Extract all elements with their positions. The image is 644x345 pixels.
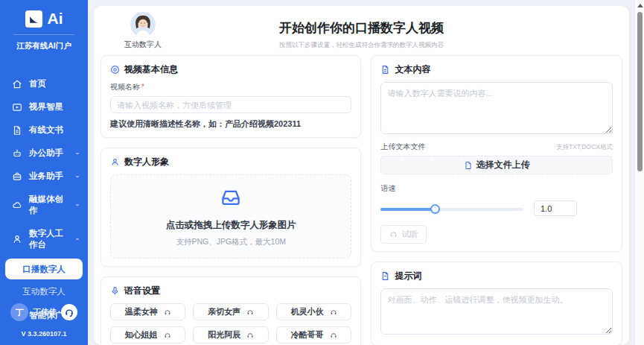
sidebar-subitem-label: 口播数字人 [22, 264, 66, 275]
user-avatar[interactable]: 丁 [10, 303, 28, 321]
cloud-icon [12, 200, 22, 210]
text-content-card: 文本内容 上传文本文件 支持TXT,DOCX格式 选择文件上传 [371, 55, 622, 252]
voice-option-button[interactable]: 知心姐姐 [110, 326, 185, 344]
headphone-icon [164, 332, 171, 339]
card-title: 视频基本信息 [124, 63, 178, 76]
upload-file-label: 上传文本文件 [380, 142, 425, 152]
chevron-down-icon [74, 174, 80, 180]
voice-option-button[interactable]: 冷酷哥哥 [276, 326, 352, 344]
header-titles: 开始创作你的口播数字人视频 按照以下步骤设置，轻松生成符合你需求的数字人视频内容 [101, 12, 622, 50]
microphone-icon [110, 286, 120, 296]
video-icon [12, 102, 22, 113]
sidebar-item-label: 数字人工作台 [29, 228, 68, 250]
sidebar-subitem-interactive-digital-human[interactable]: 互动数字人 [0, 282, 88, 301]
vertical-scrollbar[interactable] [634, 0, 644, 345]
sidebar-item-label: 融媒体创作 [29, 194, 68, 216]
home-icon [12, 79, 22, 89]
upload-sub-text: 支持PNG、JPG格式，最大10M [111, 237, 351, 247]
user-icon [110, 157, 120, 167]
headphone-icon [246, 308, 254, 316]
form-columns: 视频基本信息 视频名称* 建议使用清晰描述性名称，如：产品介绍视频202311 [101, 55, 622, 345]
voice-option-button[interactable]: 机灵小伙 [276, 303, 352, 320]
prompt-card: 提示词 [371, 262, 622, 345]
video-info-header: 视频基本信息 [110, 63, 351, 76]
voice-card-header: 语音设置 [110, 285, 351, 297]
sidebar-item-label: 首页 [29, 78, 46, 89]
upload-file-row: 上传文本文件 支持TXT,DOCX格式 [380, 142, 613, 152]
required-mark: * [141, 83, 144, 91]
scrollbar-thumb[interactable] [637, 12, 643, 171]
card-title: 文本内容 [395, 63, 430, 76]
left-column: 视频基本信息 视频名称* 建议使用清晰描述性名称，如：产品介绍视频202311 [101, 55, 361, 345]
speed-slider[interactable] [380, 204, 523, 213]
voice-grid: 温柔女神 亲切女声 机灵小伙 [110, 303, 351, 344]
speed-row [380, 200, 613, 216]
briefcase-icon [12, 171, 22, 182]
prompt-textarea[interactable] [380, 288, 613, 335]
sidebar-item-vision-star[interactable]: 视界智星 [0, 95, 88, 118]
sidebar-item-label: 办公助手 [29, 148, 63, 159]
robot-icon [12, 148, 22, 159]
info-circle-icon [110, 65, 120, 75]
video-info-card: 视频基本信息 视频名称* 建议使用清晰描述性名称，如：产品介绍视频202311 [101, 55, 361, 138]
user-row: 丁 丁佳佳 [0, 303, 88, 321]
upload-format-hint: 支持TXT,DOCX格式 [556, 143, 613, 152]
text-card-header: 文本内容 [380, 63, 613, 76]
sidebar-item-media-creation[interactable]: 融媒体创作 [0, 188, 88, 222]
version-label: V 3.3.260107.1 [0, 330, 88, 338]
file-text-icon [380, 271, 390, 281]
customer-service-icon[interactable] [61, 304, 77, 320]
document-icon [12, 125, 22, 136]
video-name-input[interactable] [110, 96, 351, 113]
sidebar-subitem-broadcast-digital-human[interactable]: 口播数字人 [5, 259, 83, 279]
file-icon [464, 161, 473, 170]
script-textarea[interactable] [380, 82, 613, 134]
brand-logo: Ai [0, 10, 88, 28]
slider-fill [380, 208, 435, 211]
woman-avatar [130, 12, 156, 37]
chevron-up-icon [74, 236, 80, 242]
listen-preview-button[interactable]: 试听 [380, 225, 427, 244]
interactive-avatar-entry[interactable]: 互动数字人 [124, 12, 162, 50]
headphone-icon [246, 332, 254, 339]
logo-flag-icon [25, 10, 42, 28]
card-title: 提示词 [395, 270, 421, 282]
sidebar-footer: 丁 丁佳佳 V 3.3.260107.1 [0, 303, 88, 338]
page-subtitle: 按照以下步骤设置，轻松生成符合你需求的数字人视频内容 [101, 41, 622, 50]
sidebar-item-office-assistant[interactable]: 办公助手 [0, 142, 88, 165]
person-icon [12, 234, 22, 244]
page-title: 开始创作你的口播数字人视频 [101, 19, 622, 37]
choose-file-button[interactable]: 选择文件上传 [380, 156, 613, 174]
sidebar-nav: 首页 视界智星 有线文书 办公助手 [0, 72, 88, 327]
slider-thumb[interactable] [430, 204, 440, 214]
card-title: 数字人形象 [124, 156, 169, 168]
app-root: Ai 江苏有线AI门户 首页 视界智星 有线文书 [0, 0, 644, 345]
scrollbar-up-arrow[interactable] [637, 4, 643, 7]
voice-settings-card: 语音设置 温柔女神 亲切女声 机灵 [101, 276, 361, 345]
speed-value-input[interactable] [534, 200, 577, 216]
sidebar-item-label: 有线文书 [29, 124, 63, 136]
chevron-down-icon [74, 202, 80, 208]
video-name-label: 视频名称* [110, 82, 351, 92]
video-name-helper: 建议使用清晰描述性名称，如：产品介绍视频202311 [110, 118, 351, 130]
speed-label: 语速 [380, 183, 613, 194]
sidebar-item-digital-human-workbench[interactable]: 数字人工作台 [0, 222, 88, 256]
avatar-upload-dropzone[interactable]: 点击或拖拽上传数字人形象图片 支持PNG、JPG格式，最大10M [110, 174, 351, 259]
voice-option-button[interactable]: 亲切女声 [193, 303, 268, 320]
portal-name: 江苏有线AI门户 [0, 41, 88, 51]
sidebar-item-label: 视界智星 [29, 101, 63, 113]
sidebar-item-business-assistant[interactable]: 业务助手 [0, 165, 88, 188]
inbox-upload-icon [220, 198, 242, 211]
upload-main-text: 点击或拖拽上传数字人形象图片 [111, 219, 351, 232]
main-content: 互动数字人 开始创作你的口播数字人视频 按照以下步骤设置，轻松生成符合你需求的数… [88, 0, 644, 345]
sidebar-item-documents[interactable]: 有线文书 [0, 118, 88, 142]
logo-text: Ai [48, 10, 63, 28]
sidebar-item-home[interactable]: 首页 [0, 72, 88, 95]
headphone-icon [330, 332, 337, 339]
logo-divider [13, 34, 74, 35]
voice-option-button[interactable]: 阳光阿辰 [193, 326, 268, 344]
right-column: 文本内容 上传文本文件 支持TXT,DOCX格式 选择文件上传 [371, 55, 622, 345]
prompt-card-header: 提示词 [380, 270, 613, 282]
content-panel: 互动数字人 开始创作你的口播数字人视频 按照以下步骤设置，轻松生成符合你需求的数… [94, 6, 629, 345]
voice-option-button[interactable]: 温柔女神 [110, 303, 185, 320]
